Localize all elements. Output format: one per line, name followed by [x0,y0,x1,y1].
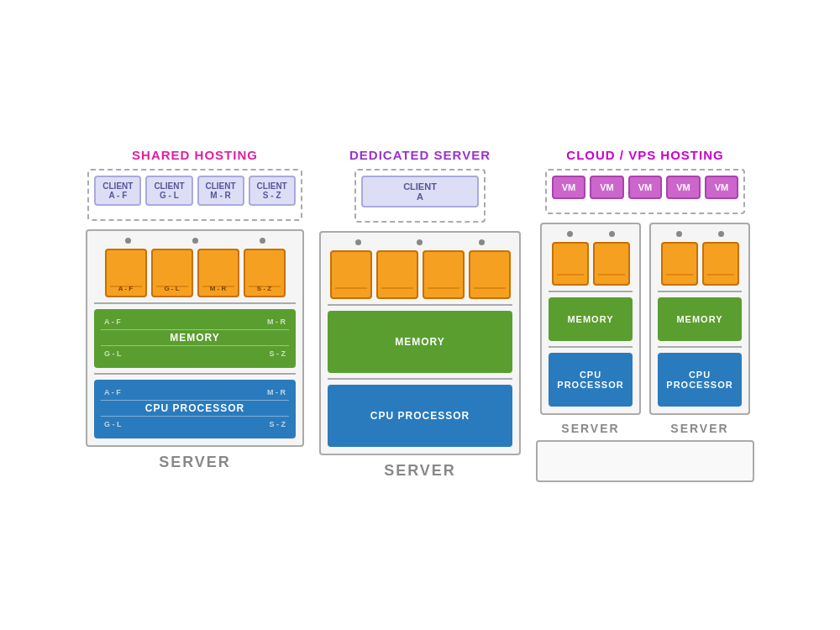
h-divider2 [94,373,296,375]
rack-dot [355,239,361,245]
cloud-vms-row: VM VM VM VM VM [552,176,739,199]
drive-af: A - F [105,249,147,297]
cloud-servers-container: MEMORY CPUPROCESSOR SERVER [540,223,750,435]
client-box-mr: CLIENTM - R [197,176,244,206]
vm-3: VM [628,176,663,199]
mem-h-divider [101,329,289,330]
rack-dots [94,238,296,244]
rack-dot [417,239,423,245]
rack-dot [260,238,265,244]
cloud2-drive2 [702,242,739,286]
cloud1-drive1 [552,242,589,286]
mem-cell-af: A - F [101,316,194,328]
h-divider2 [328,378,512,380]
cpu-label: CPU PROCESSOR [101,402,289,414]
rack-dot [192,238,198,244]
memory-label: MEMORY [663,314,737,324]
client-box-gl: CLIENTG - L [145,176,192,206]
cpu-h-divider2 [101,416,289,417]
dedicated-rack-dots [328,239,512,245]
shared-server-label: SERVER [159,454,231,471]
cloud-rack-dots-2 [658,231,742,237]
vm-5: VM [705,176,739,199]
vm-2: VM [590,176,624,199]
h-divider [549,291,633,292]
client-box-sz: CLIENTS - Z [249,176,296,206]
shared-cpu: A - F M - R CPU PROCESSOR G - L S - Z [94,380,296,438]
dedicated-server-section: DEDICATED SERVER CLIENTA [319,148,521,480]
dedicated-drives-row [328,250,512,299]
shared-drives-row: A - F G - L M - R S - Z [94,249,296,297]
rack-dot [479,239,485,245]
cloud-rack-dots-1 [549,231,633,237]
cloud1-drives [549,242,633,286]
cloud-rack-1: MEMORY CPUPROCESSOR [540,223,641,415]
cloud2-memory: MEMORY [658,297,742,341]
cloud-bottom-empty-box [536,440,754,482]
shared-hosting-title: SHARED HOSTING [132,148,258,162]
cloud2-cpu: CPUPROCESSOR [658,353,742,407]
cloud1-drive2 [593,242,630,286]
cloud1-server-label: SERVER [540,422,641,435]
cloud2-server-label: SERVER [649,422,750,435]
h-divider [658,291,742,292]
rack-dot [125,238,131,244]
cloud2-drives [658,242,742,286]
ded-drive1 [330,250,372,299]
shared-hosting-section: SHARED HOSTING CLIENTA - F CLIENTG - L C… [86,148,304,471]
cloud-server-1: MEMORY CPUPROCESSOR SERVER [540,223,641,435]
h-divider2 [549,346,633,348]
cloud1-memory: MEMORY [549,297,633,341]
cpu-label: CPUPROCESSOR [663,370,737,390]
shared-server-rack: A - F G - L M - R S - Z A - F M - R MEMO… [86,229,304,447]
memory-label: MEMORY [554,314,627,324]
cpu-cell-af: A - F [101,386,194,398]
drive-sz: S - Z [244,249,286,297]
h-divider2 [658,346,742,348]
rack-dot [567,231,573,237]
dedicated-client-a: CLIENTA [361,176,479,207]
h-divider [94,302,296,304]
memory-label: MEMORY [334,336,506,348]
shared-clients-wrapper: CLIENTA - F CLIENTG - L CLIENTM - R CLIE… [87,169,302,221]
memory-grid2: G - L S - Z [101,348,289,360]
dedicated-clients-row: CLIENTA [361,176,479,207]
ded-drive3 [423,250,465,299]
shared-clients-row: CLIENTA - F CLIENTG - L CLIENTM - R CLIE… [94,176,295,206]
dedicated-server-rack: MEMORY CPU PROCESSOR [319,231,521,455]
mem-h-divider2 [101,345,289,346]
mem-cell-sz: S - Z [196,348,289,360]
ded-drive2 [376,250,418,299]
dedicated-server-label: SERVER [384,462,456,480]
cloud2-drive1 [661,242,698,286]
dedicated-cpu: CPU PROCESSOR [328,385,512,447]
cpu-cell-gl: G - L [101,418,194,430]
rack-dot [676,231,682,237]
cloud-server-2: MEMORY CPUPROCESSOR SERVER [649,223,750,435]
cpu-label: CPU PROCESSOR [334,410,506,422]
cpu-grid2: G - L S - Z [101,418,289,430]
ded-drive4 [469,250,511,299]
cloud-hosting-title: CLOUD / VPS HOSTING [566,148,723,162]
drive-gl: G - L [151,249,193,297]
cpu-h-divider [101,400,289,401]
cloud-rack-2: MEMORY CPUPROCESSOR [649,223,750,415]
rack-dot [609,231,615,237]
dedicated-client-wrapper: CLIENTA [354,169,486,223]
vm-1: VM [552,176,586,199]
cpu-grid: A - F M - R [101,386,289,398]
h-divider [328,304,512,306]
dedicated-server-title: DEDICATED SERVER [349,148,491,162]
memory-label: MEMORY [101,332,289,344]
cloud-vms-wrapper: VM VM VM VM VM [545,169,746,214]
cloud1-cpu: CPUPROCESSOR [549,353,633,407]
mem-cell-gl: G - L [101,348,194,360]
vm-4: VM [666,176,701,199]
rack-dot [718,231,724,237]
cpu-label: CPUPROCESSOR [554,370,627,390]
drive-mr: M - R [197,249,239,297]
shared-memory: A - F M - R MEMORY G - L S - Z [94,309,296,368]
main-container: SHARED HOSTING CLIENTA - F CLIENTG - L C… [77,131,763,499]
memory-grid: A - F M - R [101,316,289,328]
cpu-cell-sz: S - Z [196,418,289,430]
